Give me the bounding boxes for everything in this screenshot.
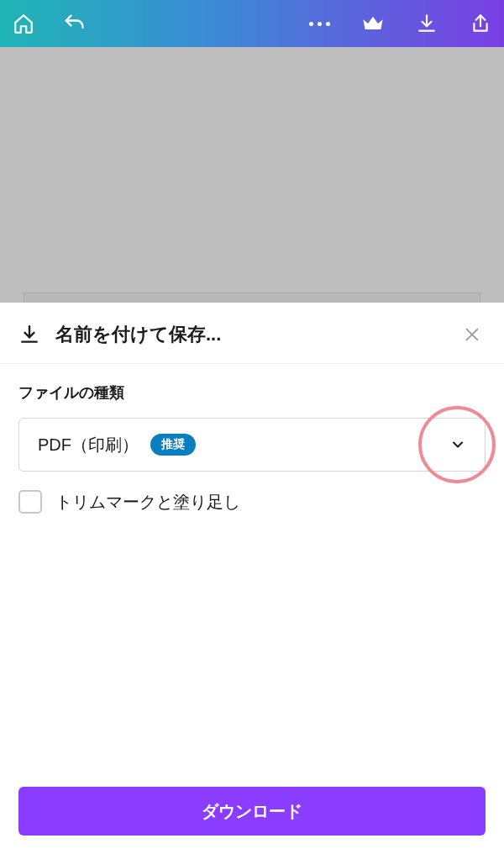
toolbar-right bbox=[306, 10, 494, 37]
close-button[interactable] bbox=[459, 321, 486, 348]
top-toolbar bbox=[0, 0, 504, 47]
checkbox-label: トリムマークと塗り足し bbox=[55, 491, 240, 514]
download-button[interactable]: ダウンロード bbox=[18, 787, 486, 836]
undo-icon[interactable] bbox=[60, 10, 87, 37]
file-type-label: ファイルの種類 bbox=[18, 382, 486, 403]
crown-icon[interactable] bbox=[360, 10, 386, 37]
sheet-title: 名前を付けて保存... bbox=[55, 322, 459, 347]
download-icon bbox=[18, 324, 40, 345]
file-type-select[interactable]: PDF（印刷） 推奨 bbox=[18, 418, 486, 472]
recommended-badge: 推奨 bbox=[150, 434, 196, 456]
share-icon[interactable] bbox=[467, 10, 494, 37]
sheet-header: 名前を付けて保存... bbox=[0, 303, 504, 364]
sheet-footer: ダウンロード bbox=[0, 787, 504, 854]
sheet-body: ファイルの種類 PDF（印刷） 推奨 トリムマークと塗り足し bbox=[0, 364, 504, 787]
checkbox-box bbox=[18, 490, 42, 514]
file-type-select-wrap: PDF（印刷） 推奨 bbox=[18, 418, 486, 472]
save-as-sheet: 名前を付けて保存... ファイルの種類 PDF（印刷） 推奨 トリムマークと塗り… bbox=[0, 303, 504, 854]
more-icon[interactable] bbox=[306, 10, 333, 37]
chevron-down-icon bbox=[449, 436, 466, 453]
home-icon[interactable] bbox=[10, 10, 37, 37]
toolbar-left bbox=[10, 10, 87, 37]
trim-marks-checkbox[interactable]: トリムマークと塗り足し bbox=[18, 490, 486, 514]
file-type-value: PDF（印刷） bbox=[38, 434, 139, 456]
download-icon[interactable] bbox=[413, 10, 440, 37]
